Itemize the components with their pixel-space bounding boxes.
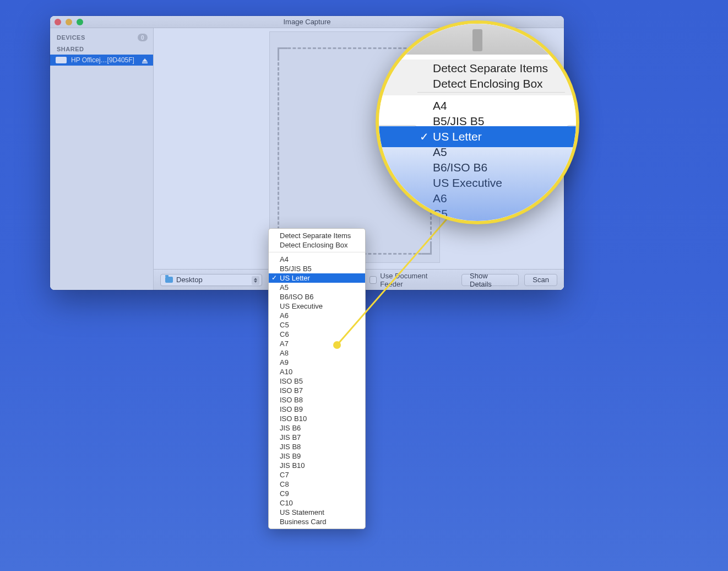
menu-item[interactable]: C6 [269,330,365,339]
destination-popup[interactable]: Desktop [160,274,262,286]
menu-item[interactable]: Detect Separate Items [269,231,365,240]
menu-item[interactable]: A8 [269,348,365,358]
menu-item[interactable]: ISO B8 [269,395,365,405]
show-details-button[interactable]: Show Details [461,274,519,286]
crop-handle-br[interactable] [422,245,432,255]
sidebar-section-shared: SHARED [50,44,153,55]
menu-item[interactable]: B6/ISO B6 [269,292,365,301]
menu-item-selected[interactable]: US Letter [269,273,365,283]
device-row[interactable]: HP Officej…[9D405F] [50,55,153,66]
shared-label: SHARED [57,46,84,52]
menu-item[interactable]: A4 [269,255,365,264]
menu-item[interactable]: B5/JIS B5 [269,264,365,273]
devices-label: DEVICES [57,34,85,41]
menu-separator [417,92,565,93]
magnifier-content: Detect Separate Items Detect Enclosing B… [379,24,576,221]
magnifier-slot [472,29,482,51]
popup-arrows-icon [252,276,259,285]
menu-item[interactable]: ISO B5 [269,376,365,386]
menu-item[interactable]: C9 [269,489,365,498]
device-name: HP Officej…[9D405F] [71,56,134,64]
menu-item[interactable]: JIS B6 [269,423,365,433]
devices-count-badge: 0 [138,34,148,41]
checkbox-icon[interactable] [370,276,377,284]
menu-item[interactable]: JIS B10 [269,461,365,470]
use-document-feeder-label: Use Document Feeder [380,272,450,288]
menu-item[interactable]: JIS B7 [269,433,365,442]
menu-item[interactable]: US Statement [269,508,365,517]
menu-item[interactable]: Business Card [269,517,365,526]
menu-item[interactable]: JIS B8 [269,442,365,451]
menu-item[interactable]: ISO B10 [269,414,365,423]
menu-separator [269,252,365,252]
menu-item[interactable]: A6 [269,311,365,320]
menu-item[interactable]: C5 [269,320,365,330]
eject-icon[interactable] [142,58,148,62]
menu-item[interactable]: A5 [269,283,365,292]
menu-item[interactable]: A10 [269,367,365,376]
menu-item[interactable]: US Executive [269,301,365,311]
menu-item[interactable]: ISO B9 [269,405,365,414]
menu-item[interactable]: C7 [269,470,365,480]
magnifier-callout: Detect Separate Items Detect Enclosing B… [376,20,579,224]
use-document-feeder-row[interactable]: Use Document Feeder [370,272,451,288]
destination-label: Desktop [176,276,203,284]
menu-item[interactable]: A9 [269,358,365,367]
scanner-icon [56,57,67,63]
folder-icon [165,277,173,283]
sidebar-section-devices: DEVICES 0 [50,31,153,44]
menu-item[interactable]: Detect Enclosing Box [379,73,576,94]
scan-button[interactable]: Scan [524,274,557,286]
menu-item[interactable]: C8 [269,480,365,489]
size-dropdown-menu[interactable]: Detect Separate ItemsDetect Enclosing Bo… [268,228,366,529]
menu-item[interactable]: C10 [269,498,365,508]
menu-item[interactable]: A7 [269,339,365,348]
crop-handle-tl[interactable] [278,47,287,57]
menu-item[interactable]: JIS B9 [269,451,365,461]
menu-item[interactable]: ISO B7 [269,386,365,395]
sidebar: DEVICES 0 SHARED HP Officej…[9D405F] [50,28,154,290]
menu-item[interactable]: Detect Enclosing Box [269,240,365,250]
